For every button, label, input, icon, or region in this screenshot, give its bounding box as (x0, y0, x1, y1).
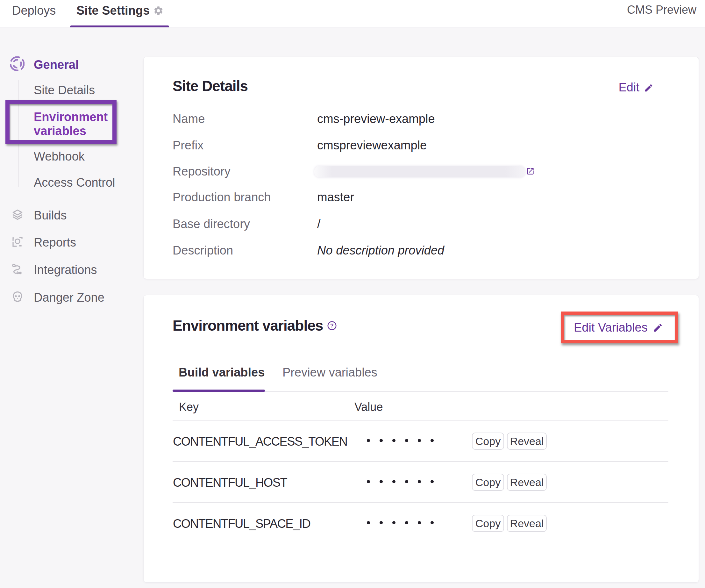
svg-text:?: ? (330, 323, 333, 329)
